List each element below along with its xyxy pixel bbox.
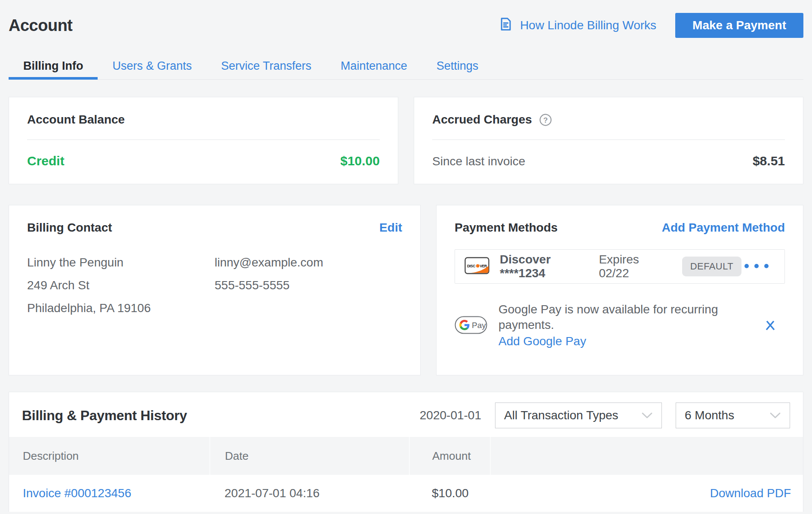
google-pay-banner: Pay Google Pay is now available for recu… <box>455 302 785 350</box>
google-pay-message: Google Pay is now available for recurrin… <box>498 302 762 333</box>
payment-methods-card: Payment Methods Add Payment Method DISC … <box>436 205 803 375</box>
divider <box>432 139 785 140</box>
header-actions: How Linode Billing Works Make a Payment <box>498 13 803 38</box>
time-range-select[interactable]: 6 Months <box>676 403 790 428</box>
page-title: Account <box>9 16 73 35</box>
contact-name: Linny the Penguin <box>27 255 215 269</box>
credit-label: Credit <box>27 154 65 168</box>
contact-address-column: Linny the Penguin 249 Arch St Philadelph… <box>27 255 215 324</box>
column-header-description: Description <box>9 437 210 475</box>
billing-page: Account How Linode Billing Works Make a … <box>0 0 812 512</box>
history-filters: 2020-01-01 All Transaction Types 6 Month… <box>420 403 790 428</box>
chevron-down-icon <box>769 412 781 419</box>
summary-cards: Account Balance Credit $10.00 Accrued Ch… <box>9 97 803 184</box>
page-header: Account How Linode Billing Works Make a … <box>9 0 803 39</box>
invoice-amount: $10.00 <box>409 475 490 512</box>
how-billing-works-label: How Linode Billing Works <box>520 19 656 32</box>
billing-history-title: Billing & Payment History <box>22 408 187 424</box>
since-last-invoice-label: Since last invoice <box>432 155 525 168</box>
tab-billing-info[interactable]: Billing Info <box>9 53 98 79</box>
document-icon <box>498 16 514 35</box>
transaction-type-value: All Transaction Types <box>504 409 618 422</box>
chevron-down-icon <box>641 412 653 419</box>
dismiss-google-pay-button[interactable] <box>762 317 779 335</box>
contact-email: linny@example.com <box>215 255 402 269</box>
divider <box>27 139 380 140</box>
google-pay-icon: Pay <box>455 316 487 336</box>
tab-service-transfers[interactable]: Service Transfers <box>206 53 326 79</box>
discover-card-icon: DISC VER <box>464 257 489 276</box>
tab-users-grants[interactable]: Users & Grants <box>98 53 206 79</box>
account-balance-title: Account Balance <box>27 113 125 127</box>
table-header-row: Description Date Amount <box>9 437 803 475</box>
time-range-value: 6 Months <box>685 409 734 422</box>
billing-contact-title: Billing Contact <box>27 221 112 235</box>
billing-history-panel: Billing & Payment History 2020-01-01 All… <box>9 392 803 512</box>
billing-history-table: Description Date Amount Invoice #0001234… <box>9 437 803 512</box>
add-payment-method-link[interactable]: Add Payment Method <box>662 221 785 235</box>
make-payment-button[interactable]: Make a Payment <box>675 13 803 38</box>
tab-settings[interactable]: Settings <box>422 53 493 79</box>
account-balance-card: Account Balance Credit $10.00 <box>9 97 398 184</box>
accrued-amount: $8.51 <box>753 154 785 168</box>
accrued-charges-title: Accrued Charges <box>432 113 532 127</box>
card-expiry: Expires 02/22 <box>599 253 663 280</box>
how-billing-works-link[interactable]: How Linode Billing Works <box>498 16 656 35</box>
payment-method-row: DISC VER Discover ****1234 Expires 02/22… <box>455 249 785 284</box>
contact-street: 249 Arch St <box>27 278 215 292</box>
transaction-type-select[interactable]: All Transaction Types <box>495 403 662 428</box>
detail-cards: Billing Contact Edit Linny the Penguin 2… <box>9 205 803 375</box>
payment-method-menu-button[interactable] <box>741 261 772 272</box>
svg-text:?: ? <box>543 116 547 124</box>
column-header-date: Date <box>210 437 409 475</box>
close-icon <box>763 319 777 334</box>
invoice-date: 2021-07-01 04:16 <box>210 475 409 512</box>
contact-phone: 555-555-5555 <box>215 278 402 292</box>
svg-text:Pay: Pay <box>472 321 486 330</box>
card-label: Discover ****1234 <box>500 253 587 280</box>
column-header-actions <box>490 437 803 475</box>
svg-text:VER: VER <box>480 264 487 268</box>
edit-billing-contact-link[interactable]: Edit <box>379 221 402 235</box>
account-tabs: Billing Info Users & Grants Service Tran… <box>9 53 803 80</box>
tab-maintenance[interactable]: Maintenance <box>326 53 422 79</box>
download-pdf-link[interactable]: Download PDF <box>710 486 791 500</box>
column-header-amount: Amount <box>409 437 490 475</box>
contact-city: Philadelphia, PA 19106 <box>27 301 215 315</box>
svg-text:DISC: DISC <box>467 264 475 268</box>
invoice-link[interactable]: Invoice #000123456 <box>23 486 131 500</box>
add-google-pay-link[interactable]: Add Google Pay <box>498 333 586 350</box>
billing-contact-card: Billing Contact Edit Linny the Penguin 2… <box>9 205 421 375</box>
ellipsis-icon <box>744 263 769 270</box>
date-filter-value: 2020-01-01 <box>420 409 481 422</box>
default-badge: DEFAULT <box>682 257 741 276</box>
payment-methods-title: Payment Methods <box>455 221 558 235</box>
accrued-charges-card: Accrued Charges ? Since last invoice $8.… <box>414 97 803 184</box>
table-row: Invoice #000123456 2021-07-01 04:16 $10.… <box>9 475 803 512</box>
credit-amount: $10.00 <box>340 154 380 168</box>
help-icon[interactable]: ? <box>539 113 552 127</box>
contact-comm-column: linny@example.com 555-555-5555 <box>215 255 402 324</box>
